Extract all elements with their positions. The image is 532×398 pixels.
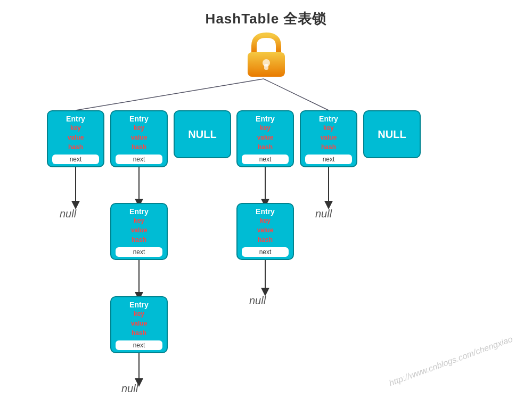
entry-box-1: Entry keyvaluehash next (47, 110, 104, 167)
entry-box-6: Entry keyvaluehash next (236, 203, 294, 260)
entry-fields-2: keyvaluehash (113, 123, 165, 152)
entry-title-7: Entry (113, 300, 165, 309)
lock-icon (242, 31, 290, 79)
next-tab-4: next (305, 155, 352, 164)
null-text-2: null (315, 208, 332, 220)
next-tab-3: next (242, 155, 289, 164)
entry-box-7: Entry keyvaluehash next (110, 296, 168, 353)
null-text-1: null (60, 208, 76, 220)
next-tab-2: next (116, 155, 162, 164)
entry-box-5: Entry keyvaluehash next (110, 203, 168, 260)
null-text-3: null (249, 295, 266, 307)
entry-fields-4: keyvaluehash (303, 123, 354, 152)
entry-fields-3: keyvaluehash (240, 123, 291, 152)
entry-fields-6: keyvaluehash (240, 216, 291, 245)
entry-title-6: Entry (240, 207, 291, 216)
null-label-1: NULL (188, 128, 216, 141)
next-tab-7: next (116, 340, 162, 350)
next-tab-6: next (242, 247, 289, 257)
entry-fields-1: keyvaluehash (50, 123, 101, 152)
entry-fields-5: keyvaluehash (113, 216, 165, 245)
entry-title-2: Entry (113, 115, 165, 123)
null-box-2: NULL (363, 110, 421, 158)
svg-line-4 (264, 79, 329, 110)
next-tab-1: next (52, 155, 99, 164)
diagram-container: HashTable 全表锁 (0, 0, 532, 398)
entry-box-4: Entry keyvaluehash next (300, 110, 357, 167)
entry-box-2: Entry keyvaluehash next (110, 110, 168, 167)
page-title: HashTable 全表锁 (0, 0, 532, 28)
entry-title-5: Entry (113, 207, 165, 216)
null-label-2: NULL (378, 128, 406, 141)
entry-fields-7: keyvaluehash (113, 309, 165, 338)
null-text-4: null (121, 383, 138, 395)
null-box-1: NULL (174, 110, 231, 158)
entry-title-4: Entry (303, 115, 354, 123)
watermark: http://www.cnblogs.com/chengxiao (388, 335, 514, 388)
entry-title-1: Entry (50, 115, 101, 123)
svg-line-3 (76, 79, 264, 110)
entry-title-3: Entry (240, 115, 291, 123)
entry-box-3: Entry keyvaluehash next (236, 110, 294, 167)
svg-rect-2 (264, 64, 268, 70)
next-tab-5: next (116, 247, 162, 257)
